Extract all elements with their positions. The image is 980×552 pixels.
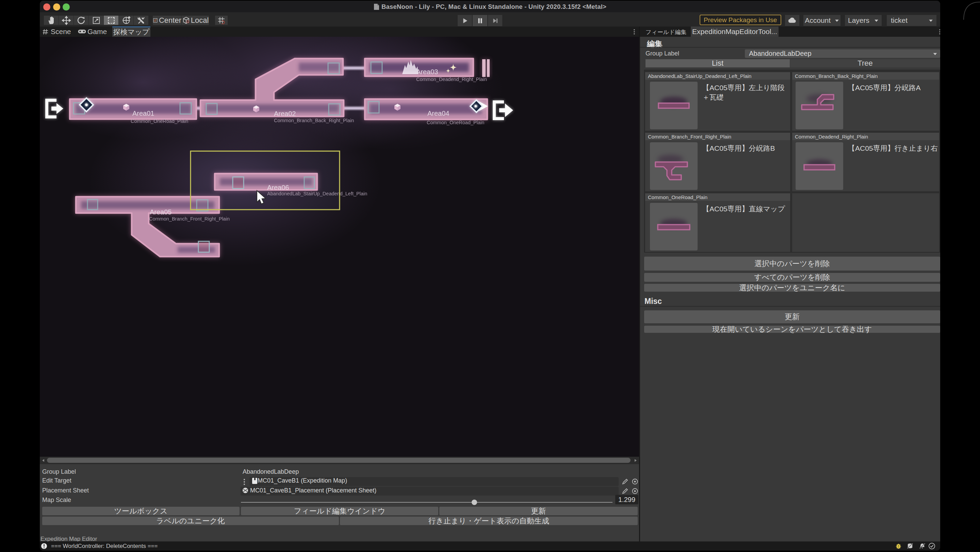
svg-text:Area02: Area02 (274, 110, 296, 118)
svg-text:Common_Branch_Front_Right_Plai: Common_Branch_Front_Right_Plain (149, 216, 230, 221)
svg-text:AbandonedLab_StairUp_Deadend_L: AbandonedLab_StairUp_Deadend_Left_Plain (267, 191, 367, 196)
svg-text:Area01: Area01 (132, 110, 154, 117)
svg-text:Common_Branch_Back_Right_Plain: Common_Branch_Back_Right_Plain (274, 118, 354, 123)
svg-text:Common_OneRoad_Plain: Common_OneRoad_Plain (427, 120, 484, 125)
svg-text:Area06: Area06 (267, 184, 289, 191)
svg-text:Common_OneRoad_Plain: Common_OneRoad_Plain (130, 118, 188, 124)
svg-text:Area04: Area04 (427, 110, 450, 117)
svg-text:Area05: Area05 (150, 208, 172, 216)
svg-text:Common_Deadend_Right_Plain: Common_Deadend_Right_Plain (416, 76, 487, 82)
svg-text:Area03: Area03 (416, 68, 438, 76)
